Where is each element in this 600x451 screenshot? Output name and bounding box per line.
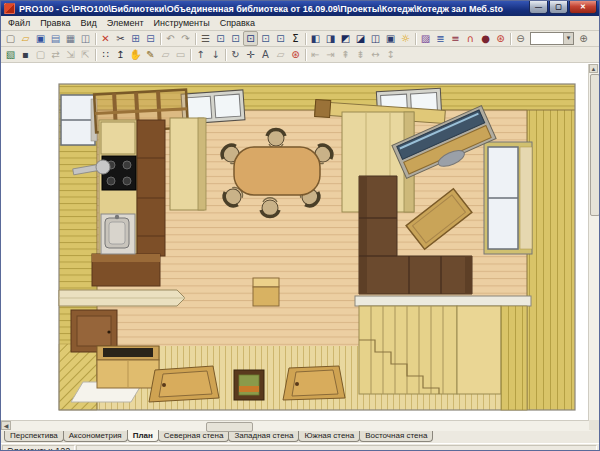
tab-plan[interactable]: План — [127, 430, 159, 442]
view-monitor-3-icon[interactable]: ⊡ — [243, 31, 258, 46]
report-sum-icon[interactable]: Σ — [288, 31, 303, 46]
minimize-button[interactable]: — — [529, 1, 548, 14]
insert-image-icon[interactable]: ▧ — [3, 47, 18, 62]
menu-view[interactable]: Вид — [76, 17, 102, 30]
dining-chair[interactable] — [261, 198, 279, 217]
textures-icon[interactable]: ▨ — [418, 31, 433, 46]
tab-east-wall[interactable]: Восточная стена — [359, 430, 433, 442]
menu-help[interactable]: Справка — [215, 17, 260, 30]
paste-icon[interactable]: ⊟ — [143, 31, 158, 46]
horizontal-scrollbar[interactable]: ◀ — [1, 420, 591, 431]
staircase[interactable] — [355, 296, 531, 410]
color-wheel-icon[interactable]: ⊛ — [493, 31, 508, 46]
menu-file[interactable]: Файл — [3, 17, 35, 30]
undo-icon: ↶ — [163, 31, 178, 46]
view-tabs: ПерспективаАксонометрияПланСеверная стен… — [1, 430, 599, 443]
flat-door-left[interactable] — [149, 366, 219, 402]
box-view-4-icon[interactable]: ◪ — [353, 31, 368, 46]
import-model-icon[interactable]: ▤ — [48, 31, 63, 46]
dining-chair[interactable] — [267, 130, 285, 149]
status-spacer — [76, 445, 597, 451]
magnet-snap-icon[interactable]: ∩ — [463, 31, 478, 46]
cut-scissors-icon[interactable]: ✂ — [113, 31, 128, 46]
light-bulb-icon[interactable]: ☼ — [398, 31, 413, 46]
maximize-button[interactable]: ▢ — [549, 1, 568, 14]
left-wall-window[interactable] — [61, 95, 97, 145]
rotate-icon[interactable]: ↻ — [228, 47, 243, 62]
toolbar-separator — [305, 49, 306, 61]
zoom-out-icon[interactable]: ⊖ — [513, 31, 528, 46]
render-settings-icon[interactable]: ⊛ — [288, 47, 303, 62]
box-view-5-icon[interactable]: ◫ — [368, 31, 383, 46]
menu-tools[interactable]: Инструменты — [149, 17, 215, 30]
view-monitor-2-icon[interactable]: ⊡ — [228, 31, 243, 46]
tab-south-wall[interactable]: Южная стена — [298, 430, 360, 442]
tab-axonometry[interactable]: Аксонометрия — [63, 430, 128, 442]
horizontal-scroll-thumb[interactable] — [206, 422, 253, 432]
box-view-1-icon[interactable]: ◧ — [308, 31, 323, 46]
view-monitor-1-icon[interactable]: ⊡ — [213, 31, 228, 46]
vertical-scrollbar[interactable]: ▲ — [588, 64, 599, 420]
new-document-icon[interactable]: ▢ — [3, 31, 18, 46]
save-floppy-icon[interactable]: ▣ — [33, 31, 48, 46]
toolbar-separator — [95, 33, 96, 45]
close-button[interactable]: ✕ — [569, 1, 597, 14]
drawing-canvas[interactable]: ▲ ◀ — [1, 63, 599, 430]
copy-icon[interactable]: ⊞ — [128, 31, 143, 46]
plan-view — [1, 64, 591, 420]
delete-icon[interactable]: ✕ — [98, 31, 113, 46]
scrollbar-corner — [589, 420, 599, 430]
dimensions-icon[interactable]: A — [258, 47, 273, 62]
page-setup-icon: ▢ — [33, 47, 48, 62]
kitchen-sink[interactable] — [101, 214, 135, 254]
toolbar-separator — [415, 33, 416, 45]
view-monitor-5-icon[interactable]: ⊡ — [273, 31, 288, 46]
print-preview-icon[interactable]: ◫ — [78, 31, 93, 46]
price-list-icon[interactable]: ≡ — [448, 31, 463, 46]
flat-door-right[interactable] — [283, 366, 345, 400]
redo-icon: ↷ — [178, 31, 193, 46]
toolbar-separator — [305, 33, 306, 45]
dining-table[interactable] — [234, 147, 320, 195]
picture-frame[interactable] — [234, 370, 264, 400]
floor-block[interactable] — [253, 278, 279, 306]
move-cross-icon[interactable]: ✛ — [243, 47, 258, 62]
tab-perspective[interactable]: Перспектива — [4, 430, 64, 442]
background-icon[interactable]: ▪ — [18, 47, 33, 62]
combo-dropdown-arrow[interactable]: ▼ — [563, 33, 573, 44]
move-up-icon[interactable]: ↑ — [193, 47, 208, 62]
print-icon[interactable]: ▦ — [63, 31, 78, 46]
move-down-icon[interactable]: ↓ — [208, 47, 223, 62]
box-view-6-icon[interactable]: ▣ — [383, 31, 398, 46]
center-v-icon: ↕ — [383, 47, 398, 62]
move-vertical-icon[interactable]: ↥ — [113, 47, 128, 62]
render-sphere-icon[interactable]: ● — [478, 31, 493, 46]
scroll-up-arrow[interactable]: ▲ — [589, 64, 598, 73]
draw-pencil-icon[interactable]: ✎ — [143, 47, 158, 62]
right-wall-window[interactable] — [484, 142, 532, 254]
vertical-scroll-thumb[interactable] — [590, 74, 600, 216]
menu-bar: ФайлПравкаВидЭлементИнструментыСправка — [1, 16, 599, 31]
elements-count: Элементы: 122 — [2, 445, 75, 451]
toolbar-separator — [160, 33, 161, 45]
properties-icon[interactable]: ☰ — [198, 31, 213, 46]
hand-pan-icon[interactable]: ✋ — [128, 47, 143, 62]
zoom-in-icon[interactable]: ⊕ — [576, 31, 591, 46]
kitchen-cabinets[interactable] — [92, 120, 165, 286]
wall-shelf[interactable] — [59, 290, 185, 306]
zoom-level-combo[interactable]: ▼ — [530, 32, 574, 45]
view-monitor-4-icon[interactable]: ⊡ — [258, 31, 273, 46]
menu-edit[interactable]: Правка — [35, 17, 75, 30]
open-folder-icon[interactable]: ▱ — [18, 31, 33, 46]
menu-element[interactable]: Элемент — [102, 17, 149, 30]
tall-cabinet[interactable] — [170, 118, 206, 210]
select-rect-icon: ▱ — [158, 47, 173, 62]
report-list-icon[interactable]: ≣ — [433, 31, 448, 46]
snap-grid-icon[interactable]: ∷ — [98, 47, 113, 62]
toolbar-separator — [190, 49, 191, 61]
box-view-2-icon[interactable]: ◨ — [323, 31, 338, 46]
scroll-left-arrow[interactable]: ◀ — [1, 421, 11, 430]
align-bottom-icon: ⇟ — [353, 47, 368, 62]
toolbar-edit: ▧▪▢⇄⇲⇱∷↥✋✎▱▭↑↓↻✛A▱⊛⇤⇥⇞⇟↔↕ — [1, 47, 599, 63]
box-view-3-icon[interactable]: ◩ — [338, 31, 353, 46]
